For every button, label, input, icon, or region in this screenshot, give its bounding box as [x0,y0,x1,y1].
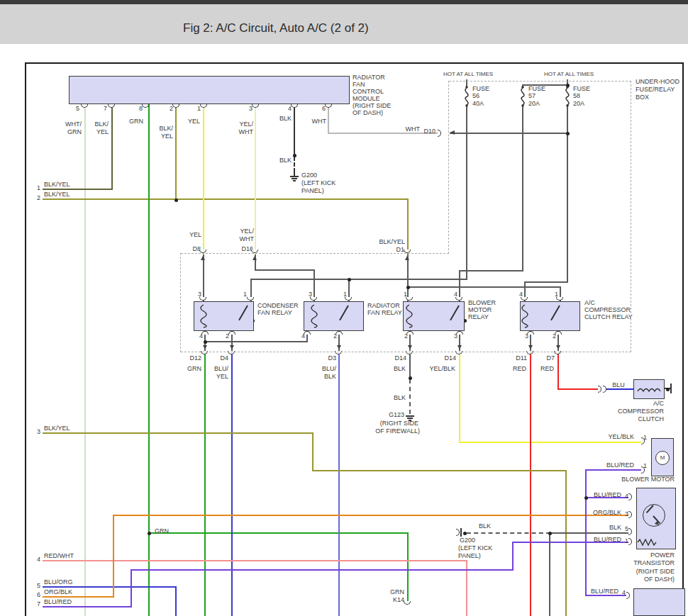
diagram-label: BLK/YEL [379,238,405,245]
diagram-label: D11 [516,354,527,362]
relay-coil-icon [199,304,208,328]
motor-symbol: M [660,454,665,461]
diagram-label: BLK [279,157,292,164]
connector-icon [228,331,235,335]
diagram-label: FUSE [573,85,590,92]
wire-segment [466,560,467,616]
diagram-label: RADIATOR [367,302,400,309]
wire-segment [460,528,462,537]
connector-icon [438,130,441,137]
wire-segment [565,470,567,616]
diagram-label: BLK [609,524,621,531]
diagram-label: WHT [312,118,327,125]
connector-icon [641,437,645,444]
connector-icon [172,104,179,108]
wire-segment [512,542,514,571]
wire-segment [338,352,340,616]
diagram-label: D14 [394,354,406,362]
fuse-relay-box-boundary-left-lower [180,253,181,352]
wire-segment [606,388,633,390]
junction-dot [148,532,151,535]
diagram-label: BLU/RED [44,598,72,605]
junction-dot [463,532,467,535]
arrow-left-icon [450,130,455,135]
diagram-label: YEL [188,118,200,125]
arrow-down-icon [408,345,412,349]
connector-icon [304,331,311,335]
connector-icon [626,592,630,599]
diagram-label: OF DASH) [353,109,383,116]
wire-segment [407,199,409,254]
diagram-label: OF FIREWALL) [375,427,420,435]
connector-icon [252,104,259,108]
wire-segment [231,352,233,616]
diagram-label: YEL [216,373,228,380]
diagram-label: D7 [546,354,555,362]
connector-icon [521,297,528,301]
diagram-label: MODULE [353,95,380,102]
connector-icon [81,104,88,108]
wire-segment [409,352,411,378]
diagram-label: BLOWER [468,299,496,306]
connector-icon [406,297,413,301]
diagram-label: RELAY [468,313,489,320]
diagram-label: 3 [37,428,40,435]
junction-dot [666,388,670,391]
wire-segment [43,189,113,190]
diagram-label: BLK/YEL [44,181,70,188]
diagram-label: BLU [612,381,625,388]
diagram-label: BLK/ [159,125,173,132]
diagram-label: PANEL) [301,187,324,194]
diagram-label: D10 [423,128,435,135]
connector-icon [108,104,115,108]
diagram-label: RED [540,365,554,372]
wire-segment [549,532,628,534]
wire-segment [255,269,315,271]
diagram-label: K14 [393,596,404,603]
diagram-label: WHT [240,235,255,242]
diagram-label: BLK/ [94,121,109,128]
fuse-icon [563,85,572,108]
wire-segment [43,606,132,607]
resistor-icon [637,538,657,547]
wire-segment [524,281,568,283]
connector-icon [345,297,352,301]
diagram-label: 4 [37,556,40,563]
wire-segment [43,596,114,598]
wire-segment [530,352,531,616]
diagram-label: BLU/ [322,365,336,372]
connector-icon [201,331,209,335]
connector-icon [641,466,645,474]
wire-segment [557,352,559,390]
diagram-label: 5 [76,105,79,112]
wire-segment [175,104,177,200]
wire-segment [294,104,295,155]
connector-icon [406,331,414,335]
diagram-label: HOT AT ALL TIMES [443,71,493,78]
relay-coil-icon [405,304,414,328]
diagram-label: BLK/YEL [44,425,70,432]
ground-icon [289,176,299,182]
diagram-label: FAN [353,81,365,88]
diagram-label: ORG/BLK [44,588,72,595]
connector-icon [335,331,343,335]
diagram-label: (LEFT KICK [301,179,335,186]
arrow-down-icon [230,345,234,349]
relay-coil-icon [310,304,318,328]
diagram-label: BLU/RED [594,491,621,498]
wire-segment [149,532,409,534]
diagram-label: BLK [479,522,491,530]
fuse-relay-box-boundary-right [631,81,631,352]
diagram-label: FUSE/RELAY [636,86,675,93]
diagram-label: GRN [187,365,201,372]
connector-icon [527,331,534,335]
junction-dot [548,532,552,535]
diagram-label: FUSE [472,85,489,92]
wire-segment [466,106,467,279]
wire-segment [131,569,132,607]
wire-segment [255,104,256,254]
connector-icon [310,297,317,301]
fuse-relay-box-boundary-top [449,81,631,82]
diagram-label: CONTROL [353,88,384,95]
diagram-label: G200 [460,537,475,544]
